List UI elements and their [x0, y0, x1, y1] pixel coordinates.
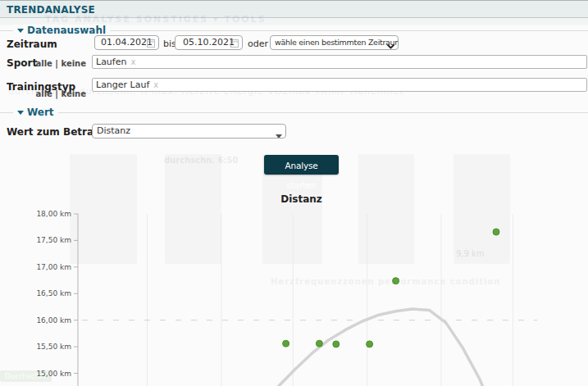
analyse-starten-button[interactable]: Analyse starten	[264, 155, 339, 175]
y-tick-label: 15,50 km	[36, 343, 71, 351]
collapse-triangle-icon	[17, 111, 24, 115]
trendanalyse-page: TRENDANALYSE TAG ANALYSE SONSTIGES ▾ TOO…	[0, 0, 588, 386]
sport-tag: Laufen	[96, 57, 126, 67]
sport-tag-input[interactable]: Laufenx	[92, 55, 587, 69]
page-title: TRENDANALYSE	[7, 4, 95, 16]
trainingstyp-alle-keine-links[interactable]: alle | keine	[33, 89, 86, 98]
zeitraum-preset-select[interactable]: wähle einen bestimmten Zeitraum	[270, 35, 399, 50]
wert-legend[interactable]: Wert	[13, 107, 58, 118]
page-header: TRENDANALYSE	[0, 0, 588, 18]
data-point[interactable]	[283, 340, 289, 347]
zeitraum-label: Zeitraum	[7, 39, 57, 50]
calendar-icon[interactable]	[147, 39, 155, 50]
remove-tag-icon[interactable]: x	[130, 57, 135, 66]
oder-label: oder	[248, 39, 268, 49]
date-from-input[interactable]: 01.04.2021	[94, 35, 159, 50]
collapse-triangle-icon	[17, 29, 24, 33]
dropdown-arrow-icon	[276, 129, 282, 139]
wert-select[interactable]: Distanz	[92, 124, 286, 139]
calendar-icon[interactable]	[230, 39, 239, 50]
y-tick-label: 18,00 km	[36, 210, 71, 218]
remove-tag-icon[interactable]: x	[153, 80, 158, 89]
data-point[interactable]	[393, 278, 399, 284]
y-tick-label: 16,50 km	[36, 289, 71, 297]
y-tick-label: 16,00 km	[36, 316, 71, 325]
sport-alle-keine-links[interactable]: alle | keine	[33, 59, 86, 68]
data-point[interactable]	[367, 341, 373, 347]
data-point[interactable]	[333, 341, 340, 347]
data-point[interactable]	[493, 229, 499, 235]
trainingstyp-tag-input[interactable]: Langer Laufx	[92, 78, 587, 92]
y-tick-label: 17,00 km	[36, 263, 71, 271]
datenauswahl-legend[interactable]: Datenauswahl	[13, 25, 110, 36]
y-tick-label: 15,00 km	[36, 370, 71, 378]
date-to-input[interactable]: 05.10.2021	[175, 35, 243, 50]
trend-chart: 18,00 km17,50 km17,00 km16,50 km16,00 km…	[0, 205, 588, 386]
fieldset-divider	[0, 112, 588, 113]
trend-curve	[78, 309, 525, 386]
trainingstyp-tag: Langer Lauf	[96, 79, 149, 90]
data-point[interactable]	[316, 340, 322, 347]
chart-title: Distanz	[78, 193, 525, 205]
chevron-down-icon	[387, 40, 394, 50]
y-tick-label: 17,50 km	[36, 236, 71, 244]
